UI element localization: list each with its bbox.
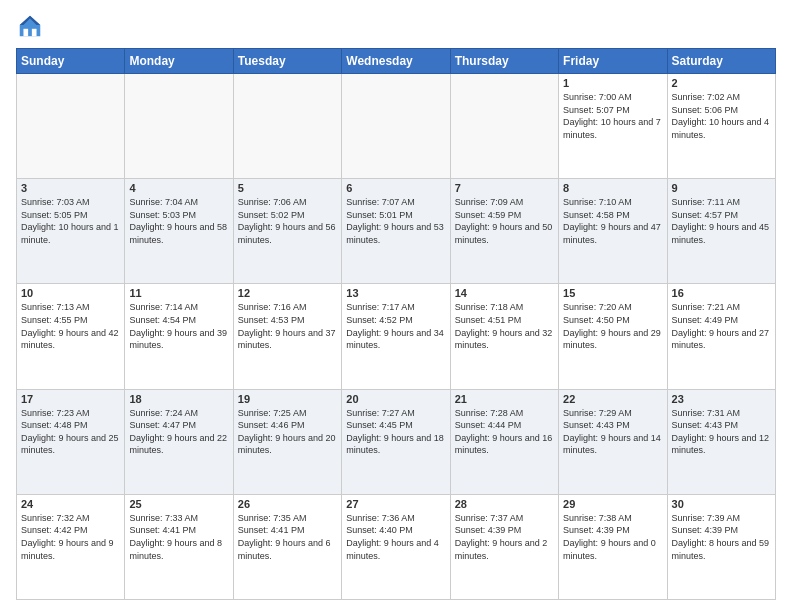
day-number: 29 xyxy=(563,498,662,510)
day-number: 1 xyxy=(563,77,662,89)
day-number: 5 xyxy=(238,182,337,194)
day-number: 6 xyxy=(346,182,445,194)
calendar-cell: 12Sunrise: 7:16 AM Sunset: 4:53 PM Dayli… xyxy=(233,284,341,389)
day-number: 14 xyxy=(455,287,554,299)
day-info: Sunrise: 7:20 AM Sunset: 4:50 PM Dayligh… xyxy=(563,301,662,351)
calendar-cell: 20Sunrise: 7:27 AM Sunset: 4:45 PM Dayli… xyxy=(342,389,450,494)
day-info: Sunrise: 7:07 AM Sunset: 5:01 PM Dayligh… xyxy=(346,196,445,246)
day-info: Sunrise: 7:17 AM Sunset: 4:52 PM Dayligh… xyxy=(346,301,445,351)
week-row-5: 24Sunrise: 7:32 AM Sunset: 4:42 PM Dayli… xyxy=(17,494,776,599)
day-info: Sunrise: 7:13 AM Sunset: 4:55 PM Dayligh… xyxy=(21,301,120,351)
logo-icon xyxy=(16,12,44,40)
day-info: Sunrise: 7:39 AM Sunset: 4:39 PM Dayligh… xyxy=(672,512,771,562)
day-info: Sunrise: 7:24 AM Sunset: 4:47 PM Dayligh… xyxy=(129,407,228,457)
day-info: Sunrise: 7:21 AM Sunset: 4:49 PM Dayligh… xyxy=(672,301,771,351)
calendar-cell: 27Sunrise: 7:36 AM Sunset: 4:40 PM Dayli… xyxy=(342,494,450,599)
day-number: 13 xyxy=(346,287,445,299)
day-info: Sunrise: 7:03 AM Sunset: 5:05 PM Dayligh… xyxy=(21,196,120,246)
day-number: 19 xyxy=(238,393,337,405)
weekday-header-saturday: Saturday xyxy=(667,49,775,74)
day-number: 27 xyxy=(346,498,445,510)
calendar-cell: 29Sunrise: 7:38 AM Sunset: 4:39 PM Dayli… xyxy=(559,494,667,599)
day-number: 9 xyxy=(672,182,771,194)
day-number: 10 xyxy=(21,287,120,299)
day-info: Sunrise: 7:33 AM Sunset: 4:41 PM Dayligh… xyxy=(129,512,228,562)
day-info: Sunrise: 7:29 AM Sunset: 4:43 PM Dayligh… xyxy=(563,407,662,457)
page: SundayMondayTuesdayWednesdayThursdayFrid… xyxy=(0,0,792,612)
day-number: 28 xyxy=(455,498,554,510)
svg-rect-3 xyxy=(32,29,37,36)
day-info: Sunrise: 7:18 AM Sunset: 4:51 PM Dayligh… xyxy=(455,301,554,351)
weekday-header-monday: Monday xyxy=(125,49,233,74)
day-number: 4 xyxy=(129,182,228,194)
day-info: Sunrise: 7:00 AM Sunset: 5:07 PM Dayligh… xyxy=(563,91,662,141)
calendar-table: SundayMondayTuesdayWednesdayThursdayFrid… xyxy=(16,48,776,600)
calendar-cell: 8Sunrise: 7:10 AM Sunset: 4:58 PM Daylig… xyxy=(559,179,667,284)
day-number: 2 xyxy=(672,77,771,89)
day-info: Sunrise: 7:02 AM Sunset: 5:06 PM Dayligh… xyxy=(672,91,771,141)
day-number: 12 xyxy=(238,287,337,299)
calendar-cell xyxy=(17,74,125,179)
calendar-cell: 13Sunrise: 7:17 AM Sunset: 4:52 PM Dayli… xyxy=(342,284,450,389)
calendar-cell: 17Sunrise: 7:23 AM Sunset: 4:48 PM Dayli… xyxy=(17,389,125,494)
weekday-header-thursday: Thursday xyxy=(450,49,558,74)
calendar-cell: 9Sunrise: 7:11 AM Sunset: 4:57 PM Daylig… xyxy=(667,179,775,284)
day-info: Sunrise: 7:35 AM Sunset: 4:41 PM Dayligh… xyxy=(238,512,337,562)
day-info: Sunrise: 7:04 AM Sunset: 5:03 PM Dayligh… xyxy=(129,196,228,246)
week-row-1: 1Sunrise: 7:00 AM Sunset: 5:07 PM Daylig… xyxy=(17,74,776,179)
calendar-cell: 1Sunrise: 7:00 AM Sunset: 5:07 PM Daylig… xyxy=(559,74,667,179)
day-number: 17 xyxy=(21,393,120,405)
calendar-cell xyxy=(342,74,450,179)
day-number: 20 xyxy=(346,393,445,405)
day-number: 7 xyxy=(455,182,554,194)
calendar-cell: 4Sunrise: 7:04 AM Sunset: 5:03 PM Daylig… xyxy=(125,179,233,284)
day-number: 30 xyxy=(672,498,771,510)
day-info: Sunrise: 7:38 AM Sunset: 4:39 PM Dayligh… xyxy=(563,512,662,562)
day-info: Sunrise: 7:11 AM Sunset: 4:57 PM Dayligh… xyxy=(672,196,771,246)
calendar-cell: 5Sunrise: 7:06 AM Sunset: 5:02 PM Daylig… xyxy=(233,179,341,284)
day-info: Sunrise: 7:36 AM Sunset: 4:40 PM Dayligh… xyxy=(346,512,445,562)
weekday-header-wednesday: Wednesday xyxy=(342,49,450,74)
calendar-cell: 24Sunrise: 7:32 AM Sunset: 4:42 PM Dayli… xyxy=(17,494,125,599)
calendar-cell: 3Sunrise: 7:03 AM Sunset: 5:05 PM Daylig… xyxy=(17,179,125,284)
calendar-cell: 22Sunrise: 7:29 AM Sunset: 4:43 PM Dayli… xyxy=(559,389,667,494)
calendar-cell: 2Sunrise: 7:02 AM Sunset: 5:06 PM Daylig… xyxy=(667,74,775,179)
week-row-3: 10Sunrise: 7:13 AM Sunset: 4:55 PM Dayli… xyxy=(17,284,776,389)
day-number: 3 xyxy=(21,182,120,194)
day-info: Sunrise: 7:32 AM Sunset: 4:42 PM Dayligh… xyxy=(21,512,120,562)
week-row-2: 3Sunrise: 7:03 AM Sunset: 5:05 PM Daylig… xyxy=(17,179,776,284)
day-number: 18 xyxy=(129,393,228,405)
day-number: 25 xyxy=(129,498,228,510)
day-info: Sunrise: 7:31 AM Sunset: 4:43 PM Dayligh… xyxy=(672,407,771,457)
day-info: Sunrise: 7:09 AM Sunset: 4:59 PM Dayligh… xyxy=(455,196,554,246)
day-info: Sunrise: 7:14 AM Sunset: 4:54 PM Dayligh… xyxy=(129,301,228,351)
day-info: Sunrise: 7:23 AM Sunset: 4:48 PM Dayligh… xyxy=(21,407,120,457)
calendar-cell: 26Sunrise: 7:35 AM Sunset: 4:41 PM Dayli… xyxy=(233,494,341,599)
calendar-cell: 15Sunrise: 7:20 AM Sunset: 4:50 PM Dayli… xyxy=(559,284,667,389)
weekday-header-tuesday: Tuesday xyxy=(233,49,341,74)
svg-rect-2 xyxy=(23,29,28,36)
day-number: 15 xyxy=(563,287,662,299)
calendar-cell: 7Sunrise: 7:09 AM Sunset: 4:59 PM Daylig… xyxy=(450,179,558,284)
logo xyxy=(16,12,48,40)
weekday-header-friday: Friday xyxy=(559,49,667,74)
day-number: 16 xyxy=(672,287,771,299)
calendar-cell xyxy=(450,74,558,179)
calendar-cell: 23Sunrise: 7:31 AM Sunset: 4:43 PM Dayli… xyxy=(667,389,775,494)
calendar-cell: 19Sunrise: 7:25 AM Sunset: 4:46 PM Dayli… xyxy=(233,389,341,494)
calendar-cell: 25Sunrise: 7:33 AM Sunset: 4:41 PM Dayli… xyxy=(125,494,233,599)
week-row-4: 17Sunrise: 7:23 AM Sunset: 4:48 PM Dayli… xyxy=(17,389,776,494)
weekday-header-row: SundayMondayTuesdayWednesdayThursdayFrid… xyxy=(17,49,776,74)
header xyxy=(16,12,776,40)
calendar-cell xyxy=(233,74,341,179)
day-number: 22 xyxy=(563,393,662,405)
calendar-cell: 14Sunrise: 7:18 AM Sunset: 4:51 PM Dayli… xyxy=(450,284,558,389)
calendar-cell: 11Sunrise: 7:14 AM Sunset: 4:54 PM Dayli… xyxy=(125,284,233,389)
calendar-cell: 6Sunrise: 7:07 AM Sunset: 5:01 PM Daylig… xyxy=(342,179,450,284)
day-number: 26 xyxy=(238,498,337,510)
day-info: Sunrise: 7:28 AM Sunset: 4:44 PM Dayligh… xyxy=(455,407,554,457)
day-info: Sunrise: 7:10 AM Sunset: 4:58 PM Dayligh… xyxy=(563,196,662,246)
calendar-cell: 28Sunrise: 7:37 AM Sunset: 4:39 PM Dayli… xyxy=(450,494,558,599)
calendar-cell: 18Sunrise: 7:24 AM Sunset: 4:47 PM Dayli… xyxy=(125,389,233,494)
day-info: Sunrise: 7:37 AM Sunset: 4:39 PM Dayligh… xyxy=(455,512,554,562)
